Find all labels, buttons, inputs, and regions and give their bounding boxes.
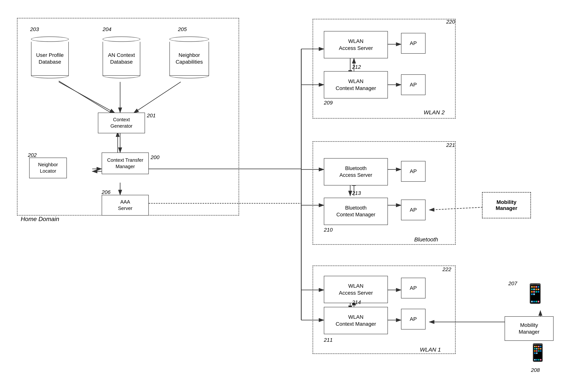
bt-ap2: AP	[401, 200, 426, 220]
home-domain-label: Home Domain	[21, 216, 59, 222]
ref-206: 206	[102, 189, 111, 195]
cylinder-body-ncap: Neighbor Capabilities	[169, 42, 209, 76]
wlan1-ap1: AP	[401, 278, 426, 298]
ref-222: 222	[443, 267, 451, 272]
wlan1-ap2: AP	[401, 309, 426, 329]
neighbor-cap-db: Neighbor Capabilities	[169, 34, 209, 81]
ref-203: 203	[30, 26, 39, 32]
ref-210: 210	[324, 227, 333, 233]
cylinder-bottom-updb	[31, 76, 69, 78]
ref-221: 221	[446, 142, 455, 148]
bt-ap1: AP	[401, 161, 426, 182]
phone-wlan1: 📱	[524, 282, 547, 305]
wlan2-context-manager: WLAN Context Manager	[324, 71, 388, 98]
ref-202: 202	[28, 152, 37, 158]
ref-201: 201	[147, 113, 156, 119]
wlan1-context-manager: WLAN Context Manager	[324, 307, 388, 334]
cylinder-bottom-andb	[103, 76, 140, 78]
phone-bt: 📱	[527, 343, 548, 362]
aaa-server: AAA Server	[102, 195, 149, 216]
ref-207: 207	[508, 281, 517, 287]
ref-209: 209	[324, 100, 333, 106]
ref-220: 220	[446, 19, 455, 25]
ref-211: 211	[324, 337, 333, 343]
user-profile-db: User Profile Database	[31, 34, 69, 81]
ref-213: 213	[352, 190, 361, 196]
wlan1-label: WLAN 1	[420, 346, 441, 353]
cylinder-bottom-ncap	[169, 76, 209, 78]
wlan1-access-server: WLAN Access Server	[324, 276, 388, 303]
bluetooth-region	[313, 141, 456, 245]
bt-mobility-manager: Mobility Manager	[482, 192, 531, 219]
cylinder-top-ncap	[169, 36, 209, 42]
ref-200: 200	[151, 154, 159, 160]
ref-208: 208	[531, 367, 540, 373]
neighbor-locator: Neighbor Locator	[29, 157, 67, 178]
wlan2-ap1: AP	[401, 33, 426, 54]
bt-context-manager: Bluetooth Context Manager	[324, 198, 388, 225]
ref-204: 204	[103, 26, 111, 32]
bluetooth-label: Bluetooth	[414, 236, 438, 243]
ref-212: 212	[352, 64, 361, 70]
context-transfer-manager: Context Transfer Manager	[102, 153, 149, 174]
diagram: Home Domain WLAN 2 Bluetooth WLAN 1 User…	[0, 0, 572, 392]
wlan2-ap2: AP	[401, 74, 426, 95]
cylinder-body-updb: User Profile Database	[31, 42, 69, 76]
cylinder-top-andb	[103, 36, 140, 42]
bt-access-server: Bluetooth Access Server	[324, 158, 388, 186]
cylinder-top-updb	[31, 36, 69, 42]
cylinder-body-andb: AN Context Database	[103, 42, 140, 76]
an-context-db: AN Context Database	[103, 34, 140, 81]
context-generator: Context Generator	[98, 113, 145, 133]
wlan2-label: WLAN 2	[424, 109, 445, 116]
ref-214: 214	[352, 299, 361, 305]
wlan1-mobility-manager: Mobility Manager	[505, 316, 554, 341]
wlan2-access-server: WLAN Access Server	[324, 31, 388, 58]
ref-205: 205	[178, 26, 187, 32]
